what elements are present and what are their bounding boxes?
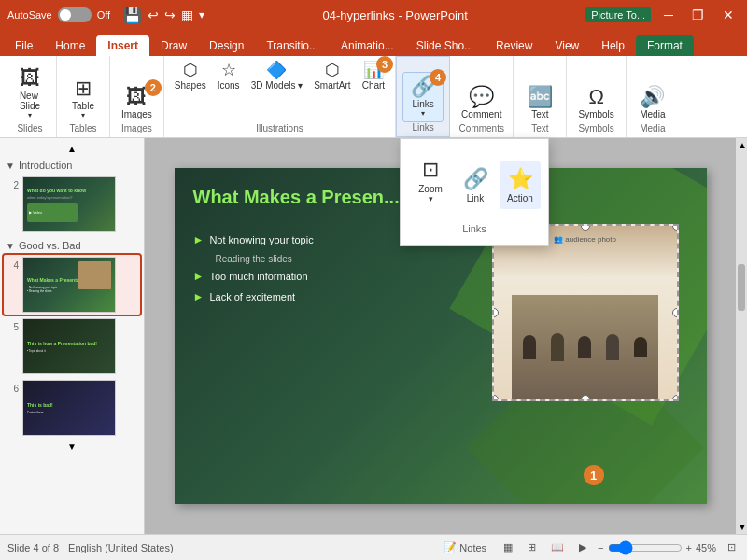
- handle-br[interactable]: [672, 395, 679, 401]
- title-bar: AutoSave Off 💾 ↩ ↪ ▦ ▾ 04-hyperlinks - P…: [0, 0, 747, 30]
- slide-thumb-2[interactable]: 2 What do you want to know when today's …: [4, 175, 140, 234]
- dropdown-items-section: ⊡ Zoom ▾ 🔗 Link ⭐ Action: [401, 147, 548, 213]
- zoom-dropdown-button[interactable]: ⊡ Zoom ▾: [410, 152, 451, 209]
- media-button[interactable]: 🔊 Media: [632, 83, 673, 123]
- smartart-button[interactable]: ⬡ SmartArt: [309, 60, 355, 92]
- icons-icon: ☆: [221, 62, 236, 78]
- tab-review[interactable]: Review: [485, 35, 543, 56]
- smartart-icon: ⬡: [325, 62, 340, 78]
- present-icon[interactable]: ▦: [181, 7, 193, 22]
- restore-button[interactable]: ❐: [686, 6, 710, 24]
- section-arrow: ▼: [6, 161, 15, 171]
- zoom-out-button[interactable]: −: [598, 542, 603, 553]
- tab-help[interactable]: Help: [590, 35, 636, 56]
- illustrations-label: Illustrations: [256, 123, 303, 135]
- slide-thumb-5[interactable]: 5 This is how a Presentation bad! • Topi…: [4, 316, 140, 376]
- dropdown-divider: [401, 217, 548, 217]
- slide-6-image: This is bad! Content here...: [22, 380, 116, 436]
- dropdown-section-label: Links: [401, 221, 548, 238]
- autosave-toggle[interactable]: [58, 7, 92, 22]
- minimize-button[interactable]: ─: [658, 6, 679, 24]
- normal-view-button[interactable]: ▦: [500, 539, 516, 555]
- status-bar: Slide 4 of 8 English (United States) 📝 N…: [0, 534, 747, 560]
- slide-sorter-button[interactable]: ⊞: [524, 539, 540, 555]
- badge-3: 3: [376, 56, 393, 73]
- save-icon[interactable]: 💾: [123, 7, 142, 24]
- links-group-label: Links: [412, 122, 433, 134]
- tab-design[interactable]: Design: [198, 35, 255, 56]
- 3d-models-button[interactable]: 🔷 3D Models ▾: [247, 60, 308, 92]
- tab-insert[interactable]: Insert: [96, 35, 149, 56]
- handle-mr[interactable]: [672, 308, 679, 317]
- scroll-top-arrow[interactable]: ▲: [736, 138, 747, 152]
- ribbon: 🖼 NewSlide ▾ Slides ⊞ Table ▾ Tables 🖼 I…: [0, 56, 747, 138]
- zoom-control: − + 45%: [598, 540, 716, 555]
- chart-button[interactable]: 📊 Chart 3: [358, 60, 389, 92]
- slide-panel[interactable]: ▲ ▼ Introduction 2 What do you want to k…: [0, 138, 145, 534]
- redo-icon[interactable]: ↪: [164, 7, 176, 22]
- badge-2: 2: [145, 79, 162, 96]
- reading-view-button[interactable]: 📖: [547, 539, 568, 555]
- tab-file[interactable]: File: [4, 35, 44, 56]
- scroll-thumb[interactable]: [738, 264, 745, 311]
- vertical-scrollbar[interactable]: ▲ ▼: [736, 138, 747, 534]
- scroll-up-arrow[interactable]: ▲: [4, 142, 140, 156]
- symbols-button[interactable]: Ω Symbols: [572, 83, 619, 123]
- title-bar-title: 04-hyperlinks - PowerPoint: [204, 8, 585, 22]
- tab-transition[interactable]: Transitio...: [255, 35, 330, 56]
- main-area: ▲ ▼ Introduction 2 What do you want to k…: [0, 138, 747, 534]
- tab-animation[interactable]: Animatio...: [330, 35, 405, 56]
- scroll-down-arrow[interactable]: ▼: [4, 440, 140, 454]
- symbols-icon: Ω: [588, 87, 603, 107]
- new-slide-button[interactable]: 🖼 NewSlide ▾: [9, 64, 50, 123]
- text-button[interactable]: 🔤 Text: [519, 83, 560, 123]
- tab-home[interactable]: Home: [44, 35, 96, 56]
- shapes-button[interactable]: ⬡ Shapes: [170, 60, 211, 92]
- images-button[interactable]: 🖼 Images 2: [116, 83, 158, 123]
- badge-4: 4: [430, 69, 446, 86]
- icons-button[interactable]: ☆ Icons: [213, 60, 245, 92]
- table-button[interactable]: ⊞ Table ▾: [63, 75, 104, 123]
- action-dropdown-button[interactable]: ⭐ Action: [500, 161, 541, 209]
- slide-thumb-4[interactable]: 4 What Makes a Presentation Bad? • Not k…: [4, 255, 140, 315]
- handle-bm[interactable]: [581, 395, 590, 401]
- title-bar-right: Picture To... ─ ❐ ✕: [585, 6, 740, 24]
- notes-icon: 📝: [444, 541, 457, 553]
- notes-button[interactable]: 📝 Notes: [438, 539, 492, 555]
- handle-bl[interactable]: [492, 395, 499, 401]
- toggle-knob: [60, 9, 71, 21]
- slide-image-box[interactable]: ↻ 👥 audience photo: [492, 224, 679, 401]
- tab-format[interactable]: Format: [636, 35, 694, 56]
- shapes-icon: ⬡: [183, 62, 198, 78]
- slide-bullets: ► Not knowing your topic Reading the sli…: [193, 233, 314, 311]
- language-info: English (United States): [68, 542, 174, 553]
- autosave-state: Off: [97, 9, 110, 21]
- slides-items: 🖼 NewSlide ▾: [9, 60, 50, 123]
- comment-button[interactable]: 💬 Comment: [456, 83, 507, 123]
- section-goodvsbad: ▼ Good vs. Bad: [4, 236, 140, 253]
- tab-slideshow[interactable]: Slide Sho...: [405, 35, 485, 56]
- bullet-1-sub: Reading the slides: [216, 254, 314, 264]
- scroll-bottom-arrow[interactable]: ▼: [736, 520, 747, 534]
- ribbon-group-images: 🖼 Images 2 Images: [110, 56, 164, 137]
- links-button[interactable]: 🔗 Links ▾ 4: [402, 72, 444, 122]
- illustrations-items: ⬡ Shapes ☆ Icons 🔷 3D Models ▾ ⬡ SmartAr…: [170, 60, 389, 123]
- media-label: Media: [640, 123, 665, 135]
- slide-5-image: This is how a Presentation bad! • Topic …: [22, 318, 116, 374]
- slide-4-image: What Makes a Presentation Bad? • Not kno…: [22, 257, 116, 313]
- section-gvb-label: Good vs. Bad: [19, 240, 81, 251]
- slideshow-button[interactable]: ▶: [575, 539, 590, 555]
- tab-draw[interactable]: Draw: [149, 35, 198, 56]
- undo-icon[interactable]: ↩: [148, 7, 159, 22]
- zoom-icon: ⊡: [422, 158, 439, 182]
- fit-slide-button[interactable]: ⊡: [724, 539, 740, 555]
- scroll-track[interactable]: [736, 152, 747, 520]
- close-button[interactable]: ✕: [717, 6, 740, 24]
- zoom-in-button[interactable]: +: [686, 542, 692, 553]
- slide-thumb-6[interactable]: 6 This is bad! Content here...: [4, 378, 140, 438]
- ribbon-group-links: 🔗 Links ▾ 4 Links: [396, 56, 450, 137]
- zoom-slider-input[interactable]: [608, 540, 683, 555]
- tab-view[interactable]: View: [543, 35, 590, 56]
- link-dropdown-button[interactable]: 🔗 Link: [455, 161, 496, 209]
- ribbon-group-text: 🔤 Text Text: [514, 56, 567, 137]
